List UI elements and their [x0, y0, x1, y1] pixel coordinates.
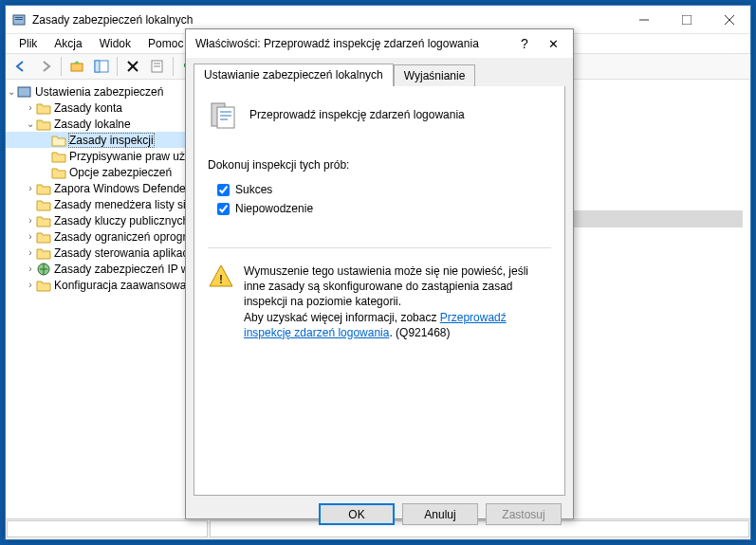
tree-item-label: Przypisywanie praw uży — [69, 150, 191, 163]
expand-icon[interactable]: › — [25, 280, 36, 290]
tree-item-label: Opcje zabezpieczeń — [69, 166, 172, 179]
folder-icon — [36, 198, 51, 211]
tree-item[interactable]: ›Zasady sterowania aplikacj — [6, 245, 206, 261]
tree-item-label: Konfiguracja zaawansowa — [54, 279, 186, 292]
tree-item[interactable]: ⌄Zasady lokalne — [6, 116, 206, 132]
folder-icon — [36, 263, 51, 276]
folder-icon — [36, 246, 51, 260]
tree-item-label: Zasady konta — [54, 101, 122, 115]
menu-action[interactable]: Akcja — [46, 35, 89, 52]
svg-rect-20 — [220, 115, 231, 117]
toolbar-separator — [61, 57, 62, 76]
svg-rect-18 — [217, 107, 234, 128]
expand-icon[interactable]: › — [25, 263, 36, 274]
warning-line1: Wymuszenie tego ustawienia może się nie … — [244, 264, 528, 308]
policy-icon — [208, 100, 238, 130]
failure-checkbox-row[interactable]: Niepowodzenie — [217, 202, 551, 215]
tree-item[interactable]: Zasady inspekcji — [6, 132, 206, 148]
help-button[interactable]: ? — [510, 36, 539, 51]
failure-label: Niepowodzenie — [235, 202, 313, 215]
dialog-title: Właściwości: Przeprowadź inspekcję zdarz… — [195, 37, 510, 50]
folder-icon — [36, 230, 51, 244]
maximize-button[interactable] — [665, 6, 708, 33]
expand-icon[interactable]: › — [25, 247, 36, 258]
up-button[interactable] — [65, 55, 88, 78]
menu-help[interactable]: Pomoc — [140, 35, 191, 52]
tree-item-label: Zasady ograniczeń oprogra — [54, 230, 193, 244]
cancel-button[interactable]: Anuluj — [402, 503, 478, 525]
delete-button[interactable] — [121, 55, 144, 78]
menu-view[interactable]: Widok — [92, 35, 138, 52]
warning-icon: ! — [208, 263, 234, 288]
toolbar-separator — [173, 57, 174, 76]
tree-item-label: Zasady zabezpieczeń IP w k — [54, 263, 198, 276]
success-label: Sukces — [235, 183, 272, 196]
tab-explain[interactable]: Wyjaśnianie — [394, 64, 476, 87]
window-controls — [622, 6, 750, 33]
menu-file[interactable]: Plik — [11, 35, 45, 52]
expand-icon[interactable]: › — [25, 102, 36, 113]
back-button[interactable] — [9, 55, 32, 78]
folder-icon — [51, 134, 66, 147]
properties-dialog: Właściwości: Przeprowadź inspekcję zdarz… — [185, 28, 574, 519]
tree-item[interactable]: ›Zasady ograniczeń oprogra — [6, 228, 206, 245]
expand-icon[interactable]: › — [25, 231, 36, 242]
svg-rect-15 — [18, 87, 30, 97]
dialog-titlebar: Właściwości: Przeprowadź inspekcję zdarz… — [186, 29, 573, 58]
warning-box: ! Wymuszenie tego ustawienia może się ni… — [208, 247, 551, 340]
svg-rect-9 — [95, 61, 100, 72]
tree-item[interactable]: ›Zasady kluczy publicznych — [6, 212, 206, 228]
warning-line2b: . (Q921468) — [389, 326, 450, 339]
svg-rect-7 — [71, 64, 83, 71]
toolbar-separator — [117, 57, 118, 76]
close-button[interactable] — [708, 6, 750, 33]
tree-item-label: Zapora Windows Defender — [54, 182, 190, 195]
tree-item-label: Zasady menedżera listy sie — [54, 198, 192, 211]
tree-item[interactable]: Przypisywanie praw uży — [6, 148, 206, 164]
minimize-button[interactable] — [622, 6, 665, 33]
svg-rect-21 — [220, 118, 228, 120]
expand-icon[interactable]: › — [25, 215, 36, 226]
folder-icon — [51, 166, 66, 179]
expand-icon[interactable]: › — [25, 183, 36, 193]
show-hide-tree-button[interactable] — [90, 55, 113, 78]
forward-button[interactable] — [34, 55, 57, 78]
tree-item[interactable]: ›Zapora Windows Defender — [6, 180, 206, 196]
tree-root-label: Ustawienia zabezpieczeń — [35, 85, 163, 99]
svg-rect-1 — [15, 17, 23, 18]
folder-icon — [36, 101, 51, 115]
tree-pane[interactable]: ⌄ Ustawienia zabezpieczeń ›Zasady konta⌄… — [6, 82, 207, 518]
tab-local-security[interactable]: Ustawianie zabezpieczeń lokalnych — [194, 64, 394, 86]
tree-item[interactable]: Zasady menedżera listy sie — [6, 196, 206, 212]
failure-checkbox[interactable] — [217, 203, 230, 215]
tree-item[interactable]: ›Zasady konta — [6, 100, 206, 116]
success-checkbox[interactable] — [217, 184, 230, 196]
tree-item-label: Zasady inspekcji — [69, 134, 154, 147]
expand-icon[interactable]: ⌄ — [25, 118, 36, 129]
tree-item[interactable]: Opcje zabezpieczeń — [6, 164, 206, 180]
ok-button[interactable]: OK — [319, 503, 395, 525]
folder-icon — [36, 279, 51, 292]
tree-root[interactable]: ⌄ Ustawienia zabezpieczeń — [6, 83, 206, 100]
tree-item-label: Zasady kluczy publicznych — [54, 214, 189, 227]
window-title: Zasady zabezpieczeń lokalnych — [32, 13, 622, 27]
dialog-close-button[interactable]: ✕ — [539, 37, 567, 51]
properties-button[interactable] — [146, 55, 169, 78]
svg-rect-4 — [682, 15, 691, 25]
svg-rect-2 — [15, 19, 23, 20]
folder-icon — [36, 214, 51, 227]
policy-name: Przeprowadź inspekcję zdarzeń logowania — [249, 108, 465, 121]
folder-icon — [36, 182, 51, 195]
apply-button[interactable]: Zastosuj — [486, 503, 562, 525]
folder-icon — [51, 150, 66, 163]
app-icon — [11, 12, 27, 27]
success-checkbox-row[interactable]: Sukces — [217, 183, 551, 196]
tree-item[interactable]: ›Zasady zabezpieczeń IP w k — [6, 261, 206, 277]
warning-text: Wymuszenie tego ustawienia może się nie … — [244, 263, 551, 340]
svg-text:!: ! — [219, 273, 223, 286]
expand-icon[interactable]: ⌄ — [6, 86, 17, 97]
policy-header: Przeprowadź inspekcję zdarzeń logowania — [208, 100, 551, 130]
tree-item[interactable]: ›Konfiguracja zaawansowa — [6, 277, 206, 293]
tab-body: Przeprowadź inspekcję zdarzeń logowania … — [194, 86, 565, 496]
dialog-buttons: OK Anuluj Zastosuj — [186, 503, 573, 535]
